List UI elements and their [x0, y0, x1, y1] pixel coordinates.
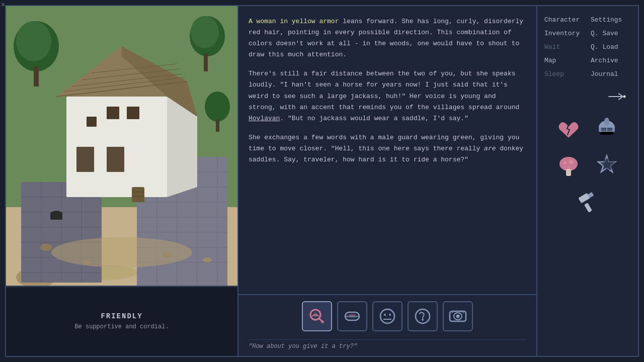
svg-rect-102: [584, 203, 592, 213]
italic-are: are: [484, 145, 496, 152]
svg-point-55: [51, 237, 192, 267]
scene-panel: FRIENDLY Be supportive and cordial.: [6, 6, 237, 356]
emotion-confused[interactable]: [408, 301, 438, 331]
mood-description: Be supportive and cordial.: [74, 323, 169, 330]
game-scene: [6, 6, 237, 288]
location-name: Hovlavan: [249, 115, 280, 122]
paragraph-1: A woman in yellow armor leans forward. S…: [249, 16, 526, 60]
emotion-friendly[interactable]: [302, 301, 332, 331]
svg-point-59: [203, 257, 212, 262]
svg-point-48: [205, 92, 230, 122]
svg-line-76: [452, 312, 453, 313]
svg-point-68: [389, 314, 391, 316]
svg-point-94: [569, 160, 573, 164]
helm-icon[interactable]: [593, 115, 621, 143]
svg-point-61: [313, 313, 317, 317]
tool-icon[interactable]: [574, 188, 602, 216]
mood-title: FRIENDLY: [101, 312, 142, 320]
menu-panel: Character Settings Inventory Q. Save Wai…: [537, 6, 638, 356]
menu-map[interactable]: Map: [543, 55, 586, 66]
svg-point-46: [191, 16, 219, 48]
close-button[interactable]: ×: [1, 1, 5, 9]
svg-point-84: [623, 96, 626, 98]
svg-rect-44: [34, 66, 39, 86]
char-icons-area: [543, 115, 632, 216]
narrative-text: A woman in yellow armor leans forward. S…: [238, 6, 536, 294]
health-icon[interactable]: [554, 115, 583, 143]
menu-inventory[interactable]: Inventory: [543, 28, 586, 39]
menu-sleep: Sleep: [543, 68, 586, 80]
char-icon-row-3: [574, 188, 602, 216]
char-icon-row-2: [554, 151, 621, 179]
svg-point-71: [422, 319, 424, 321]
dialogue-options: "How about you give it a try?": [238, 294, 536, 356]
svg-point-91: [604, 118, 609, 126]
mushroom-icon[interactable]: [554, 151, 583, 179]
star-icon[interactable]: [593, 151, 621, 179]
svg-point-95: [568, 166, 570, 168]
svg-point-70: [416, 309, 430, 323]
menu-grid: Character Settings Inventory Q. Save Wai…: [543, 14, 632, 80]
emotion-icons-row: [249, 301, 526, 331]
svg-point-63: [321, 320, 324, 323]
menu-quicksave[interactable]: Q. Save: [590, 28, 632, 39]
svg-point-93: [564, 161, 567, 164]
highlight-woman: A woman in yellow armor: [249, 18, 339, 25]
svg-rect-32: [107, 107, 119, 119]
nav-arrow-svg: [607, 90, 627, 105]
dialogue-response: "How about you give it a try?": [249, 339, 526, 350]
svg-rect-31: [107, 147, 124, 172]
menu-archive[interactable]: Archive: [590, 55, 632, 66]
menu-character[interactable]: Character: [543, 14, 586, 26]
svg-line-80: [463, 312, 464, 313]
svg-point-101: [603, 158, 615, 170]
menu-journal[interactable]: Journal: [590, 68, 632, 80]
svg-point-43: [16, 21, 51, 61]
svg-point-75: [458, 315, 459, 316]
svg-rect-47: [204, 54, 208, 71]
svg-rect-50: [132, 187, 144, 202]
text-panel: A woman in yellow armor leans forward. S…: [237, 6, 537, 356]
svg-rect-30: [76, 147, 94, 172]
char-icon-row-1: [554, 115, 621, 143]
svg-rect-86: [599, 128, 615, 132]
paragraph-2: There's still a fair distance between th…: [249, 68, 526, 124]
svg-rect-33: [127, 107, 139, 119]
menu-settings[interactable]: Settings: [590, 14, 632, 26]
svg-point-92: [559, 157, 578, 171]
scene-svg: [6, 6, 237, 288]
svg-rect-49: [216, 119, 219, 132]
nav-arrow-area: [543, 90, 632, 105]
emotion-neutral[interactable]: [372, 301, 403, 331]
menu-wait: Wait: [543, 41, 586, 53]
emotion-smile[interactable]: [337, 301, 367, 331]
svg-point-56: [83, 260, 91, 265]
game-container: FRIENDLY Be supportive and cordial. A wo…: [5, 5, 639, 357]
svg-point-67: [384, 314, 386, 316]
menu-quickload[interactable]: Q. Load: [590, 41, 632, 53]
svg-rect-87: [600, 132, 613, 135]
paragraph-3: She exchanges a few words with a male gu…: [249, 132, 526, 165]
emotion-observe[interactable]: [443, 301, 473, 331]
svg-point-66: [380, 309, 394, 323]
svg-rect-96: [566, 169, 571, 176]
svg-point-58: [40, 244, 52, 251]
mood-box: FRIENDLY Be supportive and cordial.: [6, 286, 237, 356]
svg-rect-34: [87, 117, 97, 127]
svg-point-57: [162, 252, 172, 258]
svg-rect-54: [50, 212, 62, 220]
